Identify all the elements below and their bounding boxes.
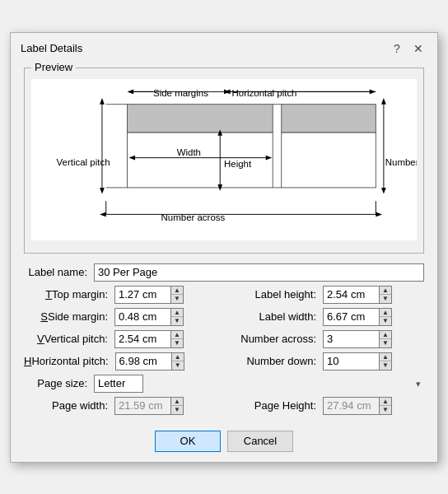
horizontal-pitch-label: HHorizontal pitch: bbox=[24, 355, 115, 367]
svg-text:Horizontal pitch: Horizontal pitch bbox=[232, 88, 297, 98]
number-across-up-btn[interactable]: ▲ bbox=[380, 331, 391, 340]
label-height-input[interactable] bbox=[323, 286, 379, 304]
side-margin-label: SSide margin: bbox=[24, 310, 114, 323]
label-height-spinner: ▲ ▼ bbox=[323, 286, 392, 304]
number-across-label: Number across: bbox=[224, 333, 323, 345]
page-height-input bbox=[323, 397, 379, 415]
label-height-spin-btns: ▲ ▼ bbox=[379, 286, 392, 304]
top-margin-row: TTop margin: ▲ ▼ bbox=[24, 286, 224, 304]
svg-text:Number down: Number down bbox=[385, 157, 417, 167]
form-left: TTop margin: ▲ ▼ SSide margin: bbox=[24, 286, 224, 375]
svg-rect-17 bbox=[282, 133, 376, 188]
horizontal-pitch-up-btn[interactable]: ▲ bbox=[172, 353, 184, 362]
label-name-row: Label name: bbox=[24, 263, 424, 282]
number-down-spinner: ▲ ▼ bbox=[323, 352, 392, 370]
svg-text:Height: Height bbox=[224, 159, 252, 169]
horizontal-pitch-row: HHorizontal pitch: ▲ ▼ bbox=[24, 352, 224, 370]
page-size-select[interactable]: Letter bbox=[94, 375, 143, 393]
number-down-input[interactable] bbox=[323, 352, 379, 370]
form-right: Label height: ▲ ▼ Label width: bbox=[224, 286, 424, 375]
close-button[interactable]: ✕ bbox=[409, 40, 427, 58]
page-height-spinner: ▲ ▼ bbox=[323, 397, 392, 415]
label-details-dialog: Label Details ? ✕ Preview Side margins bbox=[10, 32, 438, 463]
label-height-label: Label height: bbox=[224, 288, 323, 301]
number-across-down-btn[interactable]: ▼ bbox=[380, 339, 391, 347]
vertical-pitch-spin-btns: ▲ ▼ bbox=[170, 330, 184, 348]
vertical-pitch-down-btn[interactable]: ▼ bbox=[171, 339, 183, 347]
svg-rect-14 bbox=[128, 104, 273, 132]
number-across-spin-btns: ▲ ▼ bbox=[379, 330, 392, 348]
vertical-pitch-up-btn[interactable]: ▲ bbox=[171, 331, 183, 340]
number-across-row: Number across: ▲ ▼ bbox=[224, 330, 424, 348]
page-height-right: Page Height: ▲ ▼ bbox=[224, 397, 424, 419]
page-width-input bbox=[114, 397, 170, 415]
page-height-spin-btns: ▲ ▼ bbox=[379, 397, 392, 415]
top-margin-input[interactable] bbox=[114, 286, 170, 304]
side-margin-input[interactable] bbox=[114, 308, 170, 326]
number-down-spin-btns: ▲ ▼ bbox=[379, 352, 392, 370]
horizontal-pitch-spinner: ▲ ▼ bbox=[115, 352, 184, 370]
vertical-pitch-label: VVertical pitch: bbox=[24, 333, 114, 345]
svg-text:Width: Width bbox=[177, 147, 201, 156]
number-down-up-btn[interactable]: ▲ bbox=[380, 353, 391, 362]
cancel-button[interactable]: Cancel bbox=[227, 431, 293, 452]
horizontal-pitch-down-btn[interactable]: ▼ bbox=[172, 361, 184, 370]
horizontal-pitch-spin-btns: ▲ ▼ bbox=[171, 352, 184, 370]
preview-legend: Preview bbox=[31, 61, 76, 73]
number-down-down-btn[interactable]: ▼ bbox=[380, 361, 391, 370]
top-margin-up-btn[interactable]: ▲ bbox=[171, 287, 183, 296]
label-height-row: Label height: ▲ ▼ bbox=[224, 286, 424, 304]
number-across-spinner: ▲ ▼ bbox=[323, 330, 392, 348]
svg-rect-16 bbox=[282, 104, 376, 132]
page-width-spin-btns: ▲ ▼ bbox=[170, 397, 184, 415]
label-name-input[interactable] bbox=[94, 263, 424, 282]
top-margin-down-btn[interactable]: ▼ bbox=[171, 295, 183, 303]
page-width-left: Page width: ▲ ▼ bbox=[24, 397, 224, 419]
label-width-spinner: ▲ ▼ bbox=[323, 308, 392, 326]
svg-text:Side margins: Side margins bbox=[153, 88, 208, 98]
page-width-spinner: ▲ ▼ bbox=[114, 397, 184, 415]
side-margin-row: SSide margin: ▲ ▼ bbox=[24, 308, 224, 326]
number-down-label: Number down: bbox=[224, 355, 323, 367]
page-height-row: Page Height: ▲ ▼ bbox=[224, 397, 424, 415]
page-size-label: Page size: bbox=[24, 377, 94, 389]
page-width-row: Page width: ▲ ▼ bbox=[24, 397, 224, 415]
preview-svg: Side margins Top margin Horizontal pitch bbox=[31, 73, 417, 246]
vertical-pitch-row: VVertical pitch: ▲ ▼ bbox=[24, 330, 224, 348]
page-size-select-wrapper: Letter bbox=[94, 375, 424, 393]
side-margin-spinner: ▲ ▼ bbox=[114, 308, 184, 326]
top-margin-label: TTop margin: bbox=[24, 288, 114, 301]
side-margin-down-btn[interactable]: ▼ bbox=[171, 317, 183, 325]
label-width-down-btn[interactable]: ▼ bbox=[380, 317, 391, 325]
help-button[interactable]: ? bbox=[388, 40, 406, 58]
label-width-label: Label width: bbox=[224, 310, 323, 323]
page-width-down-btn[interactable]: ▼ bbox=[171, 406, 183, 414]
preview-group: Preview Side margins Top margin bbox=[24, 68, 424, 254]
svg-text:Number across: Number across bbox=[161, 212, 226, 222]
form-grid: TTop margin: ▲ ▼ SSide margin: bbox=[24, 286, 424, 375]
label-width-row: Label width: ▲ ▼ bbox=[224, 308, 424, 326]
page-width-label: Page width: bbox=[24, 399, 114, 412]
page-dimensions-grid: Page width: ▲ ▼ Page Height: bbox=[24, 397, 424, 419]
ok-button[interactable]: OK bbox=[155, 431, 221, 452]
label-name-label: Label name: bbox=[24, 266, 94, 278]
page-height-label: Page Height: bbox=[224, 399, 323, 412]
page-size-row: Page size: Letter bbox=[24, 375, 424, 393]
dialog-body: Preview Side margins Top margin bbox=[11, 63, 437, 462]
title-bar-buttons: ? ✕ bbox=[388, 40, 427, 58]
side-margin-up-btn[interactable]: ▲ bbox=[171, 309, 183, 318]
page-height-down-btn[interactable]: ▼ bbox=[380, 406, 391, 414]
number-across-input[interactable] bbox=[323, 330, 379, 348]
page-width-up-btn[interactable]: ▲ bbox=[171, 398, 183, 407]
label-height-down-btn[interactable]: ▼ bbox=[380, 295, 391, 303]
horizontal-pitch-input[interactable] bbox=[115, 352, 171, 370]
dialog-title: Label Details bbox=[21, 42, 82, 54]
page-height-up-btn[interactable]: ▲ bbox=[380, 398, 391, 407]
label-width-input[interactable] bbox=[323, 308, 379, 326]
vertical-pitch-input[interactable] bbox=[114, 330, 170, 348]
label-width-spin-btns: ▲ ▼ bbox=[379, 308, 392, 326]
label-height-up-btn[interactable]: ▲ bbox=[380, 287, 391, 296]
label-width-up-btn[interactable]: ▲ bbox=[380, 309, 391, 318]
top-margin-spinner: ▲ ▼ bbox=[114, 286, 184, 304]
title-bar: Label Details ? ✕ bbox=[11, 33, 437, 63]
